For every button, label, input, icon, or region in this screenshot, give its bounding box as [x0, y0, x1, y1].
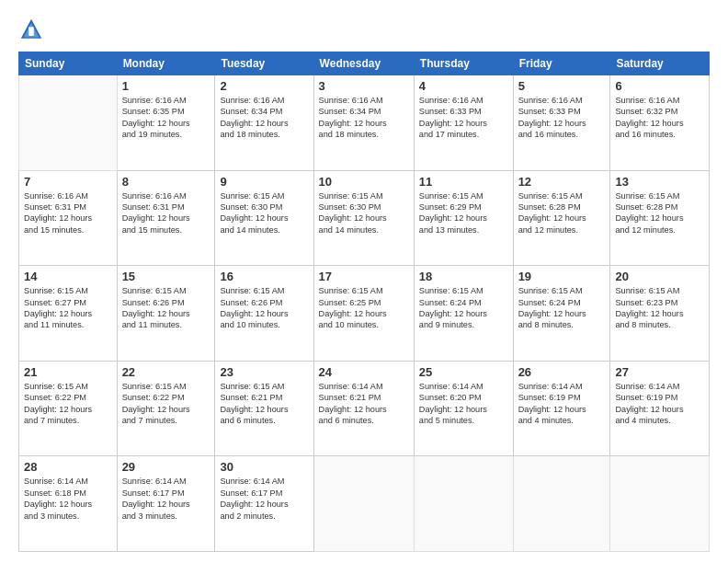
day-number: 25: [419, 365, 508, 379]
day-info: Sunrise: 6:15 AM Sunset: 6:30 PM Dayligh…: [220, 190, 308, 236]
calendar-cell: 5Sunrise: 6:16 AM Sunset: 6:33 PM Daylig…: [513, 75, 610, 171]
calendar-cell: 30Sunrise: 6:14 AM Sunset: 6:17 PM Dayli…: [215, 456, 313, 552]
day-header-monday: Monday: [117, 52, 215, 75]
calendar-cell: 26Sunrise: 6:14 AM Sunset: 6:19 PM Dayli…: [513, 361, 610, 456]
week-row-1: 7Sunrise: 6:16 AM Sunset: 6:31 PM Daylig…: [19, 170, 710, 266]
day-number: 28: [24, 460, 112, 474]
day-info: Sunrise: 6:16 AM Sunset: 6:31 PM Dayligh…: [24, 190, 112, 236]
day-number: 19: [518, 270, 606, 283]
day-info: Sunrise: 6:16 AM Sunset: 6:31 PM Dayligh…: [122, 190, 210, 236]
calendar-cell: 16Sunrise: 6:15 AM Sunset: 6:26 PM Dayli…: [215, 266, 313, 362]
calendar-cell: 22Sunrise: 6:15 AM Sunset: 6:22 PM Dayli…: [117, 361, 215, 456]
day-number: 30: [220, 460, 308, 474]
day-number: 9: [220, 175, 308, 189]
day-info: Sunrise: 6:14 AM Sunset: 6:17 PM Dayligh…: [220, 476, 308, 522]
day-info: Sunrise: 6:15 AM Sunset: 6:28 PM Dayligh…: [615, 190, 704, 236]
day-number: 13: [615, 175, 704, 189]
day-info: Sunrise: 6:15 AM Sunset: 6:24 PM Dayligh…: [419, 285, 508, 331]
calendar-cell: 2Sunrise: 6:16 AM Sunset: 6:34 PM Daylig…: [215, 75, 313, 171]
calendar-cell: 10Sunrise: 6:15 AM Sunset: 6:30 PM Dayli…: [313, 170, 414, 266]
week-row-0: 1Sunrise: 6:16 AM Sunset: 6:35 PM Daylig…: [19, 75, 710, 171]
day-number: 29: [122, 460, 210, 474]
day-number: 3: [319, 79, 409, 93]
calendar-cell: 9Sunrise: 6:15 AM Sunset: 6:30 PM Daylig…: [215, 170, 313, 266]
day-info: Sunrise: 6:16 AM Sunset: 6:34 PM Dayligh…: [220, 95, 308, 141]
day-info: Sunrise: 6:15 AM Sunset: 6:22 PM Dayligh…: [122, 381, 210, 427]
calendar-cell: [414, 456, 513, 552]
day-info: Sunrise: 6:16 AM Sunset: 6:35 PM Dayligh…: [122, 95, 210, 141]
week-row-4: 28Sunrise: 6:14 AM Sunset: 6:18 PM Dayli…: [19, 456, 710, 552]
calendar-cell: [610, 456, 710, 552]
day-info: Sunrise: 6:15 AM Sunset: 6:26 PM Dayligh…: [220, 285, 308, 331]
calendar-cell: 20Sunrise: 6:15 AM Sunset: 6:23 PM Dayli…: [610, 266, 710, 362]
day-number: 7: [24, 175, 112, 189]
day-info: Sunrise: 6:15 AM Sunset: 6:29 PM Dayligh…: [419, 190, 508, 236]
calendar-cell: 21Sunrise: 6:15 AM Sunset: 6:22 PM Dayli…: [19, 361, 118, 456]
day-info: Sunrise: 6:15 AM Sunset: 6:25 PM Dayligh…: [319, 285, 409, 331]
page: SundayMondayTuesdayWednesdayThursdayFrid…: [0, 0, 728, 563]
day-info: Sunrise: 6:15 AM Sunset: 6:27 PM Dayligh…: [24, 285, 112, 331]
calendar-body: 1Sunrise: 6:16 AM Sunset: 6:35 PM Daylig…: [19, 75, 710, 552]
logo: [18, 17, 48, 42]
day-number: 23: [220, 365, 308, 379]
day-number: 20: [615, 270, 704, 283]
day-number: 22: [122, 365, 210, 379]
day-header-friday: Friday: [513, 52, 610, 75]
calendar-cell: 14Sunrise: 6:15 AM Sunset: 6:27 PM Dayli…: [19, 266, 118, 362]
day-number: 2: [220, 79, 308, 93]
day-number: 6: [615, 79, 704, 93]
calendar-cell: [313, 456, 414, 552]
calendar-cell: 28Sunrise: 6:14 AM Sunset: 6:18 PM Dayli…: [19, 456, 118, 552]
calendar-cell: 29Sunrise: 6:14 AM Sunset: 6:17 PM Dayli…: [117, 456, 215, 552]
calendar-cell: 4Sunrise: 6:16 AM Sunset: 6:33 PM Daylig…: [414, 75, 513, 171]
day-number: 10: [319, 175, 409, 189]
calendar-cell: 24Sunrise: 6:14 AM Sunset: 6:21 PM Dayli…: [313, 361, 414, 456]
day-number: 12: [518, 175, 606, 189]
day-info: Sunrise: 6:14 AM Sunset: 6:18 PM Dayligh…: [24, 476, 112, 522]
day-number: 18: [419, 270, 508, 283]
day-info: Sunrise: 6:15 AM Sunset: 6:24 PM Dayligh…: [518, 285, 606, 331]
calendar-cell: 6Sunrise: 6:16 AM Sunset: 6:32 PM Daylig…: [610, 75, 710, 171]
day-info: Sunrise: 6:14 AM Sunset: 6:21 PM Dayligh…: [319, 381, 409, 427]
day-header-sunday: Sunday: [19, 52, 118, 75]
day-number: 5: [518, 79, 606, 93]
day-info: Sunrise: 6:15 AM Sunset: 6:26 PM Dayligh…: [122, 285, 210, 331]
logo-icon: [18, 17, 44, 42]
calendar-cell: 13Sunrise: 6:15 AM Sunset: 6:28 PM Dayli…: [610, 170, 710, 266]
calendar-cell: 7Sunrise: 6:16 AM Sunset: 6:31 PM Daylig…: [19, 170, 118, 266]
calendar-table: SundayMondayTuesdayWednesdayThursdayFrid…: [18, 52, 710, 552]
day-info: Sunrise: 6:14 AM Sunset: 6:19 PM Dayligh…: [518, 381, 606, 427]
day-info: Sunrise: 6:16 AM Sunset: 6:34 PM Dayligh…: [319, 95, 409, 141]
calendar-cell: 15Sunrise: 6:15 AM Sunset: 6:26 PM Dayli…: [117, 266, 215, 362]
day-header-tuesday: Tuesday: [215, 52, 313, 75]
calendar-cell: 19Sunrise: 6:15 AM Sunset: 6:24 PM Dayli…: [513, 266, 610, 362]
calendar-cell: [19, 75, 118, 171]
day-number: 21: [24, 365, 112, 379]
day-number: 26: [518, 365, 606, 379]
day-number: 8: [122, 175, 210, 189]
calendar-cell: 17Sunrise: 6:15 AM Sunset: 6:25 PM Dayli…: [313, 266, 414, 362]
calendar-cell: 8Sunrise: 6:16 AM Sunset: 6:31 PM Daylig…: [117, 170, 215, 266]
day-number: 11: [419, 175, 508, 189]
week-row-3: 21Sunrise: 6:15 AM Sunset: 6:22 PM Dayli…: [19, 361, 710, 456]
day-info: Sunrise: 6:16 AM Sunset: 6:33 PM Dayligh…: [419, 95, 508, 141]
day-info: Sunrise: 6:16 AM Sunset: 6:32 PM Dayligh…: [615, 95, 704, 141]
days-header-row: SundayMondayTuesdayWednesdayThursdayFrid…: [19, 52, 710, 75]
day-number: 1: [122, 79, 210, 93]
calendar-cell: 18Sunrise: 6:15 AM Sunset: 6:24 PM Dayli…: [414, 266, 513, 362]
day-header-wednesday: Wednesday: [313, 52, 414, 75]
day-info: Sunrise: 6:16 AM Sunset: 6:33 PM Dayligh…: [518, 95, 606, 141]
day-number: 24: [319, 365, 409, 379]
header: [18, 17, 710, 42]
day-info: Sunrise: 6:15 AM Sunset: 6:28 PM Dayligh…: [518, 190, 606, 236]
day-number: 17: [319, 270, 409, 283]
day-header-thursday: Thursday: [414, 52, 513, 75]
svg-rect-2: [28, 27, 34, 36]
calendar-cell: 23Sunrise: 6:15 AM Sunset: 6:21 PM Dayli…: [215, 361, 313, 456]
calendar-cell: 25Sunrise: 6:14 AM Sunset: 6:20 PM Dayli…: [414, 361, 513, 456]
calendar-cell: 3Sunrise: 6:16 AM Sunset: 6:34 PM Daylig…: [313, 75, 414, 171]
calendar-cell: 1Sunrise: 6:16 AM Sunset: 6:35 PM Daylig…: [117, 75, 215, 171]
day-number: 4: [419, 79, 508, 93]
day-info: Sunrise: 6:14 AM Sunset: 6:17 PM Dayligh…: [122, 476, 210, 522]
day-number: 14: [24, 270, 112, 283]
